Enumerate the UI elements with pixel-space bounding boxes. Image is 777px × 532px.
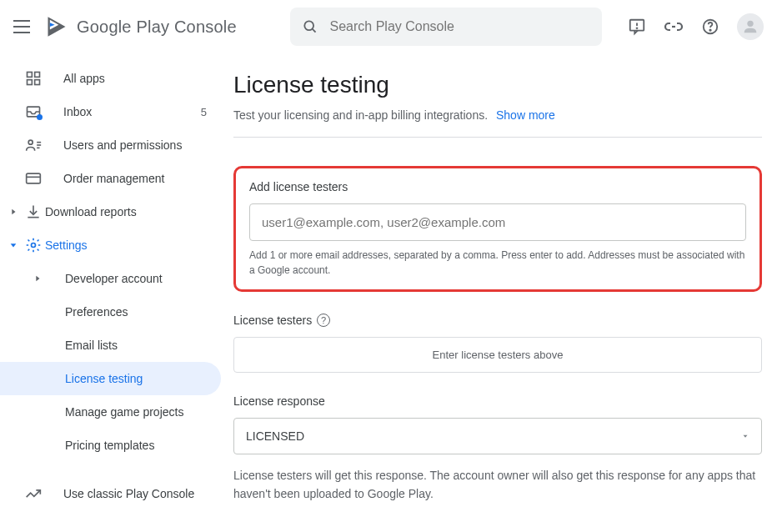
help-icon[interactable] <box>700 17 720 37</box>
sidebar-item-label: Preferences <box>65 305 128 319</box>
sidebar-item-label: Users and permissions <box>63 138 182 152</box>
logo[interactable]: Google Play Console <box>45 15 237 38</box>
sidebar-item-downloads[interactable]: Download reports <box>0 195 233 228</box>
license-response-select[interactable]: LICENSED <box>233 418 762 454</box>
avatar[interactable] <box>737 13 764 40</box>
sidebar-item-label: Email lists <box>65 339 118 352</box>
sidebar-item-users[interactable]: Users and permissions <box>0 128 233 162</box>
credit-card-icon <box>23 168 43 188</box>
license-response-label: License response <box>233 394 762 408</box>
sidebar-item-email-lists[interactable]: Email lists <box>65 329 233 362</box>
sidebar-item-label: Inbox <box>63 105 92 118</box>
sidebar-item-label: Use classic Play Console <box>63 487 194 500</box>
svg-point-9 <box>747 21 753 27</box>
svg-rect-10 <box>28 73 33 78</box>
help-icon[interactable]: ? <box>317 314 330 327</box>
svg-marker-21 <box>12 209 15 215</box>
license-testers-section: License testers ? Enter license testers … <box>233 314 762 373</box>
sidebar-item-orders[interactable]: Order management <box>0 162 233 195</box>
sidebar-item-settings[interactable]: Settings <box>0 228 233 262</box>
inbox-badge: 5 <box>201 106 207 118</box>
sidebar-item-label: All apps <box>63 72 105 85</box>
apps-icon <box>23 68 43 88</box>
sidebar-item-label: Settings <box>45 238 88 252</box>
sidebar-item-label: Pricing templates <box>65 439 154 452</box>
inbox-icon <box>23 102 43 122</box>
menu-icon[interactable] <box>13 17 33 37</box>
svg-marker-23 <box>11 243 17 247</box>
sidebar-item-label: License testing <box>65 372 143 385</box>
response-description: License testers will get this response. … <box>233 466 762 504</box>
add-testers-section: Add license testers Add 1 or more email … <box>233 166 762 292</box>
svg-marker-25 <box>36 276 39 282</box>
page-subtitle: Test your licensing and in-app billing i… <box>233 108 762 138</box>
page-title: License testing <box>233 72 762 98</box>
svg-line-3 <box>312 29 315 33</box>
logo-text: Google Play Console <box>77 18 237 37</box>
sidebar-item-all-apps[interactable]: All apps <box>0 62 233 95</box>
svg-rect-13 <box>35 80 40 85</box>
sidebar-item-preferences[interactable]: Preferences <box>65 295 233 329</box>
select-value: LICENSED <box>246 429 304 443</box>
svg-rect-12 <box>28 80 33 85</box>
svg-point-6 <box>637 28 638 28</box>
caret-down-icon <box>741 429 749 443</box>
chevron-down-icon <box>5 241 22 249</box>
trending-icon <box>23 484 43 504</box>
announcement-icon[interactable] <box>627 17 647 37</box>
add-testers-label: Add license testers <box>249 180 746 193</box>
search-bar[interactable] <box>290 8 602 46</box>
show-more-link[interactable]: Show more <box>496 108 555 122</box>
chevron-right-icon <box>5 208 22 216</box>
play-console-logo-icon <box>45 15 68 38</box>
person-icon <box>741 18 759 36</box>
svg-point-2 <box>304 21 313 30</box>
svg-marker-26 <box>744 435 748 438</box>
search-input[interactable] <box>330 19 590 34</box>
svg-rect-19 <box>27 173 41 183</box>
chevron-right-icon <box>33 272 50 285</box>
link-icon[interactable] <box>664 17 684 37</box>
license-response-section: License response LICENSED License tester… <box>233 394 762 504</box>
license-testers-label: License testers ? <box>233 314 762 327</box>
add-testers-input[interactable] <box>249 203 746 241</box>
svg-rect-11 <box>35 73 40 78</box>
sidebar-item-label: Download reports <box>45 205 137 218</box>
download-icon <box>23 202 43 222</box>
sidebar-item-license-testing[interactable]: License testing <box>0 362 221 395</box>
svg-point-8 <box>709 29 710 30</box>
sidebar-item-label: Developer account <box>65 272 163 285</box>
gear-icon <box>23 235 43 255</box>
sidebar-item-pricing[interactable]: Pricing templates <box>65 429 233 462</box>
sidebar-item-classic[interactable]: Use classic Play Console <box>0 477 233 510</box>
svg-point-15 <box>28 140 33 144</box>
svg-point-24 <box>32 243 36 248</box>
sidebar-item-label: Order management <box>63 172 164 185</box>
sidebar-item-developer-account[interactable]: Developer account <box>33 262 233 295</box>
testers-empty-box: Enter license testers above <box>233 337 762 373</box>
search-icon <box>302 18 318 36</box>
add-testers-helper: Add 1 or more email addresses, separated… <box>249 248 746 278</box>
sidebar-item-label: Manage game projects <box>65 405 183 419</box>
sidebar-item-manage-game[interactable]: Manage game projects <box>65 395 233 429</box>
users-icon <box>23 135 43 155</box>
sidebar-item-inbox[interactable]: Inbox 5 <box>0 95 233 128</box>
